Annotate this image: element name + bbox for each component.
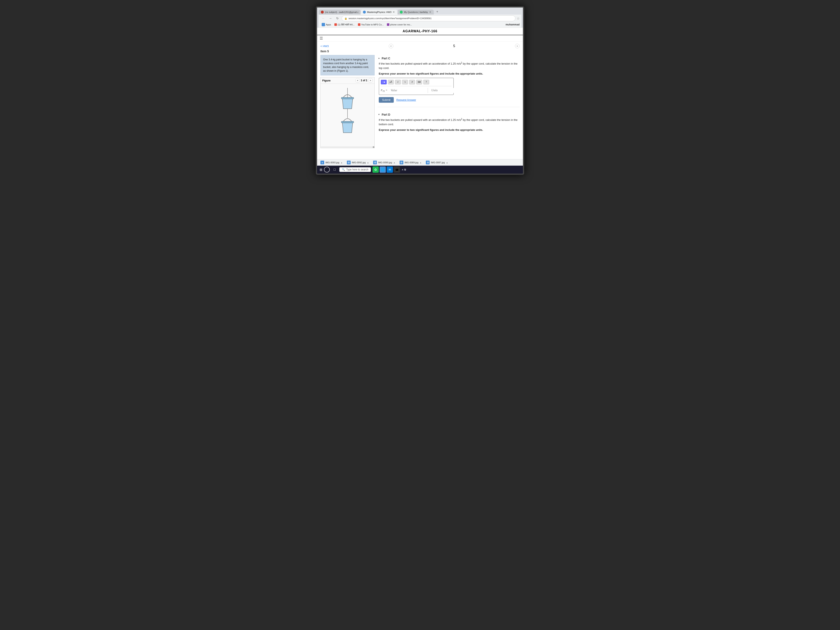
toolbar-help-btn[interactable]: ? — [423, 80, 429, 84]
request-answer-link-c[interactable]: Request Answer — [396, 98, 416, 101]
lock-icon: 🔒 — [344, 17, 347, 20]
figure-header: Figure < 1 of 1 > — [321, 77, 374, 84]
tab-bar: (no subject) - sadk1261@gmail.c ✕ Master… — [319, 9, 521, 14]
bookmark-hindi[interactable]: (1) हिंदी माहेरी कट... — [333, 23, 356, 27]
right-column: ▼ Part C If the two buckets are pulled u… — [378, 55, 519, 156]
part-c-instruction: Express your answer to two significant f… — [379, 72, 519, 75]
download-caret-0092[interactable]: ▲ — [367, 161, 369, 164]
value-input-c[interactable] — [389, 88, 428, 93]
toolbar-matrix-btn[interactable]: □■ — [381, 80, 387, 84]
site-header: AGARWAL-PHY-166 — [317, 28, 523, 35]
bookmark-apps[interactable]: Apps — [321, 22, 332, 27]
toolbar-reset-btn[interactable]: ↺ — [409, 80, 415, 84]
tab-gmail[interactable]: (no subject) - sadk1261@gmail.c ✕ — [319, 9, 360, 14]
toolbar-undo-btn[interactable]: ↩ — [395, 80, 401, 84]
back-button[interactable]: ← — [321, 16, 326, 21]
taskbar-icon-g[interactable]: G — [373, 166, 379, 173]
bookmark-phone-label: phone cover for mo... — [390, 23, 412, 26]
svg-marker-1 — [342, 98, 353, 109]
units-input-c[interactable] — [429, 88, 468, 93]
part-c-header[interactable]: ▼ Part C — [378, 55, 519, 61]
figure-panel: Figure < 1 of 1 > — [321, 77, 374, 148]
download-item-0093[interactable]: ▲ IMG-0093.jpg ▲ — [321, 161, 343, 164]
taskbar-icon-chrome[interactable]: 🌐 — [380, 166, 386, 173]
taskbar-search[interactable]: 🔍 Type here to search — [339, 167, 371, 172]
figure-nav: < 1 of 1 > — [355, 78, 373, 83]
bookmark-phone[interactable]: phone cover for mo... — [385, 23, 413, 26]
download-caret-0087[interactable]: ▲ — [446, 161, 448, 164]
address-bar[interactable]: 🔒 session.masteringphysics.com/myct/item… — [342, 16, 515, 21]
page-number: 5 — [453, 44, 455, 48]
forward-button[interactable]: → — [327, 16, 333, 21]
taskbar-icon-photos[interactable]: 🏔 — [394, 166, 400, 173]
svg-rect-5 — [341, 121, 354, 123]
toolbar-redo-btn[interactable]: ↪ — [402, 80, 408, 84]
search-placeholder: Type here to search — [346, 168, 368, 171]
download-item-0089[interactable]: 🖼 IMG-0089.jpg ▲ — [399, 161, 422, 164]
phone-icon — [387, 23, 389, 26]
download-item-0087[interactable]: 🖼 IMG-0087.jpg ▲ — [426, 161, 448, 164]
search-icon: 🔍 — [342, 168, 345, 171]
bookmarks-bar: Apps (1) हिंदी माहेरी कट... YouTube to M… — [319, 22, 521, 28]
taskbar-windows-icon[interactable]: □ — [332, 166, 338, 173]
download-caret-0093[interactable]: ▲ — [341, 161, 343, 164]
part-d-section: ▼ Part D If the two buckets are pulled u… — [378, 111, 519, 134]
answer-box-c: □■ μÅ ↩ ↪ ↺ ⌨ ? FT1 = — [379, 78, 454, 95]
bookmark-star-icon[interactable]: ☆ — [517, 16, 519, 21]
problem-text: One 3.4-kg paint bucket is hanging by a … — [321, 55, 374, 76]
submit-button-c[interactable]: Submit — [379, 97, 394, 103]
bartleby-tab-label: My Questions | bartleby — [404, 11, 428, 13]
tab-bartleby[interactable]: My Questions | bartleby ✕ — [398, 9, 434, 14]
bookmark-youtube[interactable]: YouTube to MP3 Co... — [357, 23, 385, 26]
part-d-question: If the two buckets are pulled upward wit… — [379, 117, 519, 127]
page-nav-next[interactable]: > — [515, 44, 519, 48]
download-icon-0093: ▲ — [321, 161, 324, 164]
bartleby-tab-close[interactable]: ✕ — [429, 11, 431, 14]
action-row-c: Submit Request Answer — [379, 97, 519, 103]
download-label-0092: IMG-0092.jpg — [352, 161, 366, 164]
mastering-tab-close[interactable]: ✕ — [393, 11, 395, 14]
tab-mastering[interactable]: MasteringPhysics: HW3 ✕ — [361, 9, 397, 14]
bucket-diagram-svg — [335, 88, 360, 142]
download-item-0092[interactable]: 🖼 IMG-0092.jpg ▲ — [347, 161, 369, 164]
new-tab-button[interactable]: + — [434, 9, 440, 14]
figure-next[interactable]: > — [368, 78, 373, 83]
left-column: One 3.4-kg paint bucket is hanging by a … — [321, 55, 374, 156]
bookmark-apps-label: Apps — [326, 23, 331, 26]
download-caret-0090[interactable]: ▲ — [393, 161, 395, 164]
gmail-tab-close[interactable]: ✕ — [360, 11, 360, 14]
download-label-0093: IMG-0093.jpg — [325, 161, 339, 164]
figure-prev[interactable]: < — [355, 78, 360, 83]
taskbar-search-circle[interactable]: ○ — [324, 167, 330, 172]
download-label-0089: IMG-0089.jpg — [404, 161, 418, 164]
download-item-0090[interactable]: 🖼 IMG-0090.jpg ▲ — [373, 161, 395, 164]
page-nav-prev[interactable]: < — [389, 44, 393, 48]
apps-icon — [322, 23, 325, 26]
gmail-tab-icon — [321, 11, 324, 14]
figure-body — [321, 84, 374, 146]
part-d-header[interactable]: ▼ Part D — [378, 111, 519, 117]
main-layout: One 3.4-kg paint bucket is hanging by a … — [317, 55, 523, 159]
sys-tray: ∧ 🖫 — [402, 168, 406, 171]
mastering-tab-label: MasteringPhysics: HW3 — [367, 11, 392, 13]
hw3-link[interactable]: < HW3 — [321, 44, 329, 48]
download-caret-0089[interactable]: ▲ — [420, 161, 422, 164]
problem-text-content: One 3.4-kg paint bucket is hanging by a … — [323, 58, 369, 72]
taskbar-icon-mail[interactable]: ✉ — [387, 166, 393, 173]
refresh-button[interactable]: ↻ — [335, 16, 340, 21]
answer-toolbar-c: □■ μÅ ↩ ↪ ↺ ⌨ ? — [381, 80, 452, 86]
part-divider — [378, 107, 519, 107]
windows-start-icon[interactable]: ⊞ — [320, 168, 322, 172]
nav-bar: ← → ↻ 🔒 session.masteringphysics.com/myc… — [319, 14, 521, 22]
bookmark-youtube-label: YouTube to MP3 Co... — [361, 23, 384, 26]
item-label: Item 5 — [317, 49, 523, 55]
toolbar-keyboard-btn[interactable]: ⌨ — [416, 80, 422, 84]
part-c-section: ▼ Part C If the two buckets are pulled u… — [378, 55, 519, 103]
figure-label: Figure — [322, 79, 331, 82]
download-icon-0092: 🖼 — [347, 161, 351, 164]
hamburger-menu-icon[interactable]: ☰ — [320, 36, 323, 41]
part-c-collapse-icon: ▼ — [378, 57, 380, 60]
part-d-instruction: Express your answer to two significant f… — [379, 128, 519, 131]
toolbar-symbol-btn[interactable]: μÅ — [388, 80, 394, 84]
part-d-body: If the two buckets are pulled upward wit… — [378, 117, 519, 131]
